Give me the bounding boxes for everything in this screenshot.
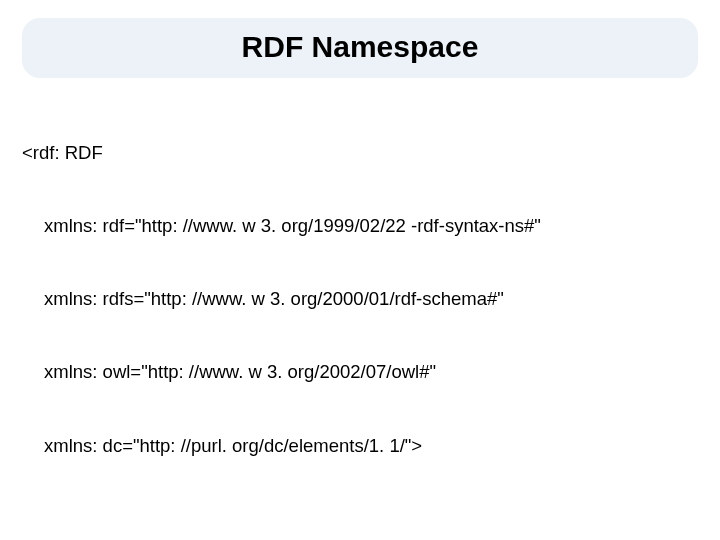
code-block-2: <owl: Ontology rdf: about="http: //www. … [22,519,698,540]
code-line: xmlns: rdf="http: //www. w 3. org/1999/0… [22,214,698,238]
code-line: <rdf: RDF [22,141,698,165]
code-line: xmlns: dc="http: //purl. org/dc/elements… [22,434,698,458]
slide: RDF Namespace <rdf: RDF xmlns: rdf="http… [0,0,720,540]
title-box: RDF Namespace [22,18,698,78]
code-line: xmlns: owl="http: //www. w 3. org/2002/0… [22,360,698,384]
page-title: RDF Namespace [42,30,678,64]
code-line: xmlns: rdfs="http: //www. w 3. org/2000/… [22,287,698,311]
code-block-1: <rdf: RDF xmlns: rdf="http: //www. w 3. … [22,92,698,507]
